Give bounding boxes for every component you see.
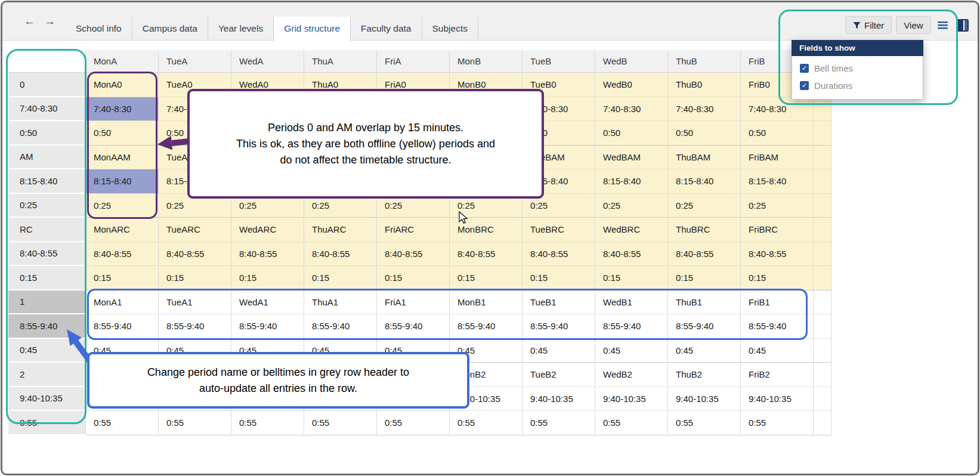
grid-cell[interactable]: 0:25 (159, 194, 231, 218)
view-button[interactable]: View (896, 16, 930, 34)
tab-subjects[interactable]: Subjects (422, 17, 478, 41)
column-header-monb[interactable]: MonB (450, 50, 523, 73)
grid-cell[interactable]: 9:40-10:35 (86, 387, 159, 412)
column-header-weda[interactable]: WedA (231, 50, 304, 73)
grid-cell[interactable]: 8:15-8:40 (450, 169, 523, 194)
grid-cell[interactable]: 0:45 (86, 339, 159, 363)
grid-cell[interactable]: TueA0 (159, 73, 231, 97)
grid-cell[interactable]: 8:55-9:40 (231, 314, 304, 339)
grid-cell[interactable]: MonB0 (450, 73, 523, 97)
column-header-thub[interactable]: ThuB (668, 50, 741, 73)
row-header-period[interactable]: AM (8, 146, 86, 170)
grid-cell[interactable]: ThuB2 (668, 363, 741, 387)
grid-cell[interactable]: 0:25 (231, 194, 304, 218)
grid-cell[interactable]: 7:40-8:30 (86, 97, 159, 122)
row-header-period[interactable]: 1 (8, 290, 86, 315)
columns-view-button[interactable] (955, 17, 970, 33)
grid-cell[interactable]: 7:40-8:30 (668, 97, 741, 122)
grid-cell[interactable]: 0:55 (450, 411, 523, 435)
column-header-thua[interactable]: ThuA (304, 50, 377, 73)
grid-cell[interactable]: TueAAM (159, 146, 231, 170)
grid-cell[interactable]: TueARC (159, 218, 231, 242)
grid-cell[interactable]: MonA2 (86, 363, 159, 387)
tab-year-levels[interactable]: Year levels (208, 17, 274, 41)
grid-cell[interactable]: 0:45 (741, 339, 814, 363)
grid-cell[interactable]: MonB1 (450, 290, 523, 315)
grid-cell[interactable]: 8:40-8:55 (595, 242, 668, 267)
row-header-duration[interactable]: 0:50 (8, 121, 86, 146)
grid-cell[interactable]: 8:55-9:40 (377, 314, 450, 339)
grid-cell[interactable]: WedA0 (231, 73, 304, 97)
grid-cell[interactable]: 7:40-8:30 (450, 97, 523, 122)
grid-cell[interactable]: 0:55 (741, 411, 814, 435)
row-header-belltime[interactable]: 9:40-10:35 (8, 387, 86, 412)
grid-cell[interactable]: 8:40-8:55 (377, 242, 450, 267)
grid-cell[interactable]: MonAAM (86, 146, 159, 170)
column-header-mona[interactable]: MonA (86, 50, 159, 73)
field-option[interactable]: ✓Bell times (792, 60, 923, 77)
grid-cell[interactable]: 8:40-8:55 (304, 242, 377, 267)
row-header-duration[interactable]: 0:45 (8, 339, 86, 363)
grid-cell[interactable]: ThuA2 (304, 363, 377, 387)
row-header-belltime[interactable]: 8:40-8:55 (8, 242, 86, 267)
grid-cell[interactable]: 0:50 (304, 121, 377, 146)
tab-grid-structure[interactable]: Grid structure (274, 17, 351, 41)
grid-cell[interactable]: 0:15 (741, 266, 814, 290)
grid-cell[interactable]: 9:40-10:35 (523, 387, 595, 412)
tab-school-info[interactable]: School info (66, 17, 132, 41)
grid-cell[interactable]: ThuARC (304, 218, 377, 242)
row-header-belltime[interactable]: 7:40-8:30 (8, 97, 86, 122)
grid-cell[interactable]: 0:50 (523, 121, 595, 146)
grid-cell[interactable]: 0:25 (86, 194, 159, 218)
grid-cell[interactable]: 8:40-8:55 (450, 242, 523, 267)
forward-arrow-icon[interactable]: → (44, 15, 55, 28)
grid-cell[interactable]: WedB0 (595, 73, 668, 97)
grid-cell[interactable]: FriBRC (741, 218, 814, 242)
grid-cell[interactable]: 0:50 (159, 121, 231, 146)
grid-cell[interactable]: 0:55 (231, 411, 304, 435)
row-header-duration[interactable]: 0:25 (8, 194, 86, 218)
grid-cell[interactable]: WedBAM (595, 146, 668, 170)
grid-cell[interactable]: 0:45 (595, 339, 668, 363)
list-view-button[interactable] (935, 17, 951, 33)
grid-cell[interactable]: 0:50 (86, 121, 159, 146)
grid-cell[interactable]: 0:55 (159, 411, 231, 435)
grid-cell[interactable]: 7:40-8:30 (231, 97, 304, 122)
grid-cell[interactable]: 8:55-9:40 (159, 314, 231, 339)
grid-cell[interactable]: 0:15 (523, 266, 595, 290)
row-header-period[interactable]: RC (8, 218, 86, 242)
grid-cell[interactable]: WedBRC (595, 218, 668, 242)
row-header-belltime[interactable]: 8:55-9:40 (8, 314, 86, 339)
grid-cell[interactable]: 0:15 (304, 266, 377, 290)
grid-cell[interactable]: 7:40-8:30 (304, 97, 377, 122)
grid-cell[interactable]: 0:45 (450, 339, 523, 363)
grid-cell[interactable]: 0:50 (377, 121, 450, 146)
grid-cell[interactable]: 0:15 (668, 266, 741, 290)
grid-cell[interactable]: 8:40-8:55 (159, 242, 231, 267)
grid-cell[interactable]: TueB1 (523, 290, 595, 315)
grid-cell[interactable]: 0:15 (159, 266, 231, 290)
row-header-period[interactable]: 0 (8, 73, 86, 97)
grid-cell[interactable]: MonARC (86, 218, 159, 242)
grid-cell[interactable]: FriB2 (741, 363, 814, 387)
grid-cell[interactable]: 9:40-10:35 (595, 387, 668, 412)
grid-cell[interactable]: 7:40-8:30 (523, 97, 595, 122)
grid-cell[interactable]: 0:45 (377, 339, 450, 363)
grid-cell[interactable]: 8:15-8:40 (595, 169, 668, 194)
grid-cell[interactable]: 7:40-8:30 (159, 97, 231, 122)
grid-cell[interactable]: 9:40-10:35 (231, 387, 304, 412)
grid-cell[interactable]: 0:55 (668, 411, 741, 435)
row-header-period[interactable]: 2 (8, 363, 86, 387)
grid-cell[interactable]: 0:55 (595, 411, 668, 435)
grid-cell[interactable]: TueA1 (159, 290, 231, 315)
grid-cell[interactable]: 0:15 (86, 266, 159, 290)
grid-cell[interactable]: 0:50 (668, 121, 741, 146)
grid-cell[interactable]: 0:25 (741, 194, 814, 218)
column-header-fria[interactable]: FriA (377, 50, 450, 73)
grid-cell[interactable]: 0:15 (450, 266, 523, 290)
grid-cell[interactable]: FriA2 (377, 363, 450, 387)
grid-cell[interactable]: 0:55 (86, 411, 159, 435)
grid-cell[interactable]: 8:55-9:40 (86, 314, 159, 339)
grid-cell[interactable]: 8:15-8:40 (668, 169, 741, 194)
grid-cell[interactable]: 0:45 (159, 339, 231, 363)
